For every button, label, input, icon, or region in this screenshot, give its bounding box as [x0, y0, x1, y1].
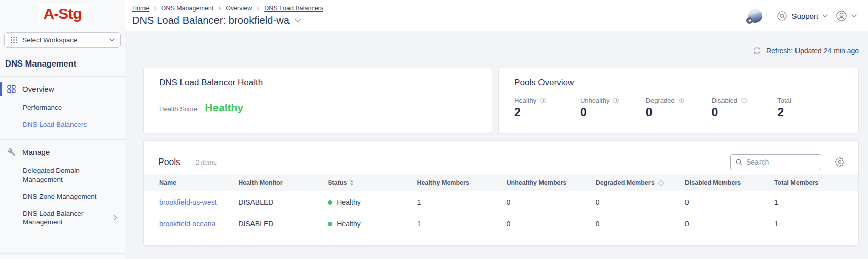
sidebar: A-Stg Select Workspace DNS Management — [0, 0, 125, 259]
column-header-health-monitor: Health Monitor — [233, 174, 322, 191]
total-members-cell: 1 — [769, 191, 858, 213]
chevron-down-icon — [109, 38, 115, 42]
support-icon — [777, 11, 787, 21]
pools-overview-card: Pools Overview Healthy 2 Unhealthy — [498, 68, 859, 133]
support-label: Support — [791, 12, 818, 20]
healthy-status-dot — [328, 222, 332, 226]
account-menu[interactable] — [836, 10, 857, 22]
stat-label: Total — [777, 96, 791, 104]
support-menu[interactable]: Support — [777, 11, 828, 21]
search-box — [730, 154, 821, 170]
column-header-healthy-members: Healthy Members — [412, 174, 501, 191]
status-cell: Healthy — [328, 220, 407, 228]
total-members-cell: 1 — [769, 213, 858, 235]
health-card: DNS Load Balancer Health Health Score He… — [143, 68, 492, 133]
avatar[interactable] — [748, 9, 762, 23]
lock-badge — [746, 17, 753, 24]
column-header-status[interactable]: Status — [322, 174, 412, 191]
chevron-down-icon — [822, 14, 828, 18]
table-row: brookfield-us-west DISABLED Healthy 1 0 … — [144, 191, 858, 213]
chevron-right-icon — [114, 215, 117, 221]
health-score-value: Healthy — [205, 102, 243, 114]
search-input[interactable] — [746, 158, 816, 166]
pools-table-card: Pools 2 items — [143, 140, 859, 246]
health-card-title: DNS Load Balancer Health — [159, 78, 477, 88]
account-icon — [836, 10, 847, 22]
degraded-members-cell: 0 — [591, 191, 680, 213]
pools-count: 2 items — [196, 158, 217, 166]
health-monitor-cell: DISABLED — [233, 213, 322, 235]
pools-overview-title: Pools Overview — [514, 78, 843, 88]
title-chevron-down-icon[interactable] — [295, 19, 301, 23]
info-icon[interactable] — [658, 180, 664, 186]
sidebar-item-overview[interactable]: Overview — [0, 79, 125, 99]
sidebar-item-dns-zone-management[interactable]: DNS Zone Management — [0, 188, 125, 205]
main-area: Home DNS Management Overview DNS Load Ba… — [125, 0, 868, 259]
pool-link[interactable]: brookfield-oceana — [159, 220, 215, 228]
refresh-control[interactable]: Refresh: Updated 24 min ago — [143, 46, 859, 55]
page-title: DNS Load Balancer: brookfield-wa — [132, 15, 290, 26]
sidebar-nav: Overview Performance DNS Load Balancers … — [0, 77, 125, 237]
stat-label: Degraded — [646, 96, 675, 104]
brand-logo[interactable]: A-Stg — [38, 4, 88, 23]
disabled-members-cell: 0 — [680, 213, 769, 235]
table-row: brookfield-oceana DISABLED Healthy 1 0 0… — [144, 213, 858, 235]
sidebar-item-manage[interactable]: Manage — [0, 142, 125, 162]
healthy-members-cell: 1 — [412, 191, 501, 213]
healthy-status-dot — [328, 200, 332, 205]
pools-table: Name Health Monitor Status Healt — [144, 174, 858, 235]
column-header-total-members: Total Members — [769, 174, 858, 191]
workspace-selector[interactable]: Select Workspace — [4, 32, 121, 48]
product-title: DNS Management — [5, 59, 120, 69]
unhealthy-members-cell: 0 — [501, 213, 591, 235]
breadcrumb-overview[interactable]: Overview — [226, 5, 252, 12]
sidebar-item-dns-load-balancers[interactable]: DNS Load Balancers — [0, 116, 125, 134]
breadcrumb-dns-management[interactable]: DNS Management — [161, 5, 213, 12]
column-header-degraded-members: Degraded Members — [591, 174, 680, 191]
pools-overview-stats: Healthy 2 Unhealthy 0 — [514, 96, 843, 119]
health-score-label: Health Score — [159, 105, 197, 113]
pools-toolbar: Pools 2 items — [144, 141, 858, 174]
table-settings-button[interactable] — [835, 157, 844, 167]
stat-value: 2 — [777, 106, 843, 119]
column-header-unhealthy-members: Unhealthy Members — [501, 174, 591, 191]
workspace-label: Select Workspace — [22, 36, 78, 44]
sidebar-item-performance[interactable]: Performance — [0, 99, 125, 116]
breadcrumb-separator-icon — [154, 6, 157, 11]
topbar-right: Support — [748, 5, 857, 27]
info-icon[interactable] — [678, 97, 685, 104]
stat-label: Healthy — [514, 96, 536, 104]
topbar-left: Home DNS Management Overview DNS Load Ba… — [132, 5, 323, 31]
stat-degraded: Degraded 0 — [646, 96, 712, 119]
pool-link[interactable]: brookfield-us-west — [159, 198, 217, 206]
table-header-row: Name Health Monitor Status Healt — [144, 174, 858, 191]
search-icon — [736, 158, 742, 166]
column-header-name: Name — [144, 174, 233, 191]
summary-cards: DNS Load Balancer Health Health Score He… — [143, 68, 859, 133]
info-icon[interactable] — [540, 97, 547, 104]
breadcrumb-separator-icon — [218, 6, 221, 11]
stat-value: 0 — [711, 106, 777, 119]
refresh-label: Refresh: Updated 24 min ago — [766, 47, 859, 55]
info-icon[interactable] — [741, 97, 747, 104]
breadcrumb-dns-load-balancers[interactable]: DNS Load Balancers — [264, 5, 323, 12]
breadcrumb-separator-icon — [257, 6, 260, 11]
stat-disabled: Disabled 0 — [711, 96, 777, 119]
stat-value: 0 — [580, 106, 646, 119]
sort-icon — [350, 180, 354, 186]
breadcrumb-home[interactable]: Home — [132, 5, 149, 12]
healthy-members-cell: 1 — [412, 213, 501, 235]
degraded-members-cell: 0 — [591, 213, 680, 235]
sidebar-item-delegated-domain-management[interactable]: Delegated Domain Management — [0, 162, 125, 188]
sidebar-item-dns-load-balancer-management[interactable]: DNS Load Balancer Management — [0, 205, 125, 231]
stat-value: 0 — [646, 106, 712, 119]
status-label: Healthy — [337, 220, 360, 228]
unhealthy-members-cell: 0 — [501, 191, 591, 213]
sidebar-item-label: DNS Load Balancer Management — [23, 210, 83, 226]
column-header-disabled-members: Disabled Members — [680, 174, 769, 191]
stat-label: Disabled — [711, 96, 737, 104]
stat-label: Unhealthy — [580, 96, 610, 104]
divider — [0, 139, 125, 140]
grid-dots-icon — [10, 36, 18, 44]
info-icon[interactable] — [613, 97, 620, 104]
